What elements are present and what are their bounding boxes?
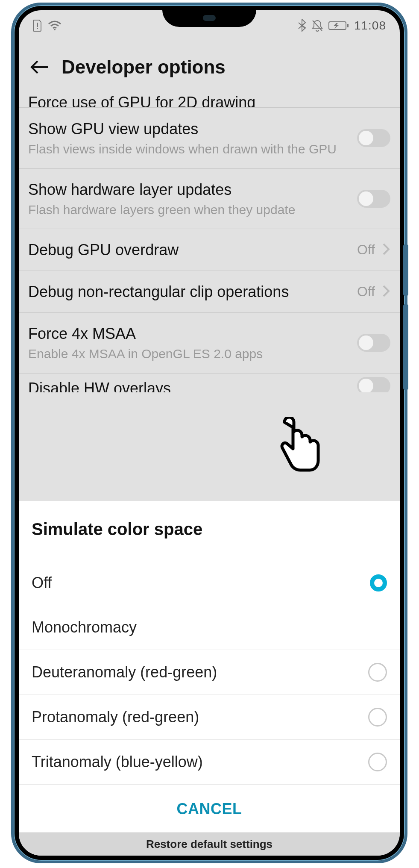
list-item[interactable]: Show hardware layer updates Flash hardwa… <box>19 168 400 229</box>
option-off[interactable]: Off <box>19 561 400 605</box>
phone-frame: 11:08 Developer options Force use of GPU… <box>11 3 407 863</box>
setting-value: Off <box>357 242 375 258</box>
setting-title: Show hardware layer updates <box>28 180 350 199</box>
setting-value: Off <box>357 284 375 300</box>
setting-subtitle: Flash hardware layers green when they up… <box>28 202 350 218</box>
toggle-switch[interactable] <box>357 377 390 392</box>
list-item[interactable]: Force use of GPU for 2D drawing <box>19 95 400 108</box>
restore-defaults-button[interactable]: Restore default settings <box>19 833 400 856</box>
app-header: Developer options <box>19 41 400 95</box>
restore-label: Restore default settings <box>146 838 272 851</box>
toggle-switch[interactable] <box>357 334 390 352</box>
list-item[interactable]: Disable HW overlays <box>19 374 400 392</box>
svg-rect-1 <box>37 28 38 29</box>
toggle-switch[interactable] <box>357 190 390 208</box>
list-item[interactable]: Show GPU view updates Flash views inside… <box>19 108 400 168</box>
option-tritanomaly[interactable]: Tritanomaly (blue-yellow) <box>19 740 400 785</box>
side-button <box>403 244 408 296</box>
list-item[interactable]: Debug GPU overdraw Off <box>19 229 400 271</box>
wifi-icon <box>48 21 62 31</box>
option-label: Protanomaly (red-green) <box>32 708 199 726</box>
cancel-button[interactable]: CANCEL <box>177 800 242 818</box>
setting-title: Show GPU view updates <box>28 119 350 138</box>
svg-point-2 <box>54 29 56 30</box>
list-item[interactable]: Debug non-rectangular clip operations Of… <box>19 271 400 312</box>
option-label: Deuteranomaly (red-green) <box>32 663 217 681</box>
notch <box>162 10 256 27</box>
setting-title: Force 4x MSAA <box>28 324 350 343</box>
radio-icon[interactable] <box>368 708 387 727</box>
battery-icon <box>328 21 349 31</box>
radio-icon[interactable] <box>368 753 387 771</box>
sheet-title: Simulate color space <box>19 501 400 561</box>
clock-text: 11:08 <box>354 19 386 32</box>
tap-cursor-icon <box>275 417 326 479</box>
back-icon[interactable] <box>30 59 50 75</box>
option-label: Off <box>32 574 52 592</box>
option-deuteranomaly[interactable]: Deuteranomaly (red-green) <box>19 650 400 695</box>
setting-subtitle: Enable 4x MSAA in OpenGL ES 2.0 apps <box>28 346 350 362</box>
svg-rect-5 <box>347 24 349 27</box>
setting-title: Debug GPU overdraw <box>28 240 350 259</box>
option-label: Tritanomaly (blue-yellow) <box>32 753 203 771</box>
setting-subtitle: Flash views inside windows when drawn wi… <box>28 141 350 157</box>
option-protanomaly[interactable]: Protanomaly (red-green) <box>19 695 400 740</box>
list-item[interactable]: Force 4x MSAA Enable 4x MSAA in OpenGL E… <box>19 312 400 374</box>
bluetooth-icon <box>298 19 306 32</box>
setting-title: Disable HW overlays <box>28 380 350 392</box>
option-monochromacy[interactable]: Monochromacy <box>19 605 400 650</box>
page-title: Developer options <box>62 56 226 78</box>
toggle-switch[interactable] <box>357 129 390 147</box>
option-label: Monochromacy <box>32 618 137 636</box>
setting-title: Debug non-rectangular clip operations <box>28 282 350 301</box>
chevron-right-icon <box>382 284 390 300</box>
bottom-sheet: Simulate color space Off Monochromacy De… <box>19 501 400 833</box>
chevron-right-icon <box>382 242 390 258</box>
side-button <box>403 304 408 390</box>
dnd-icon <box>311 19 323 32</box>
radio-selected-icon[interactable] <box>370 574 387 591</box>
radio-icon[interactable] <box>368 663 387 682</box>
svg-rect-0 <box>37 23 38 27</box>
setting-title: Force use of GPU for 2D drawing <box>28 95 255 108</box>
screen: 11:08 Developer options Force use of GPU… <box>19 10 400 856</box>
settings-list: Show GPU view updates Flash views inside… <box>19 108 400 374</box>
sim-alert-icon <box>32 19 43 32</box>
